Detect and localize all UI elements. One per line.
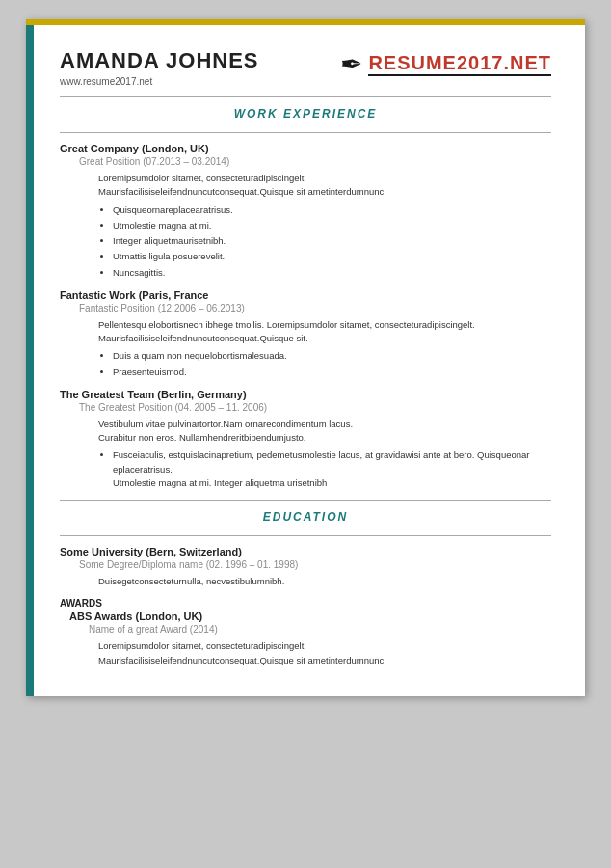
left-accent-bar (26, 19, 34, 696)
header-left: AMANDA JOHNES www.resume2017.net (60, 48, 259, 87)
award-description: Loremipsumdolor sitamet, consecteturadip… (98, 639, 551, 667)
header-logo: ✒ RESUME2017.NET (340, 48, 551, 80)
education-top-divider (60, 500, 551, 501)
bullet-item: Duis a quam non nequelobortismalesuada. (113, 349, 551, 363)
bullet-item: Praesenteuismod. (113, 366, 551, 379)
job-bullets-1: Quisqueornareplacearatrisus. Utmolestie … (113, 203, 551, 280)
award-title: Name of a great Award (2014) (89, 624, 551, 635)
edu-description-1: Duisegetconsecteturnulla, necvestibulumn… (98, 575, 551, 588)
job-position-2: Fantastic Position (12.2006 – 06.2013) (79, 303, 551, 313)
job-company-3: The Greatest Team (Berlin, Germany) (60, 389, 551, 400)
pen-icon: ✒ (340, 48, 362, 80)
resume-page: AMANDA JOHNES www.resume2017.net ✒ RESUM… (26, 19, 585, 696)
top-accent-bar (26, 19, 585, 25)
job-position-1: Great Position (07.2013 – 03.2014) (79, 156, 551, 167)
bullet-item: Fusceiaculis, estquislacinapretium, pede… (113, 448, 551, 490)
bullet-item: Nuncsagittis. (113, 266, 551, 280)
header-section: AMANDA JOHNES www.resume2017.net ✒ RESUM… (60, 48, 551, 87)
header-divider (60, 96, 551, 97)
job-description-2: Pellentesqu elobortisnecn ibhege tmollis… (98, 318, 551, 346)
job-bullets-3: Fusceiaculis, estquislacinapretium, pede… (113, 448, 551, 490)
work-experience-title: WORK EXPERIENCE (60, 107, 551, 121)
bullet-item: Utmattis ligula posuerevelit. (113, 250, 551, 263)
job-description-3: Vestibulum vitae pulvinartortor.Nam orna… (98, 418, 551, 446)
bullet-item: Integer aliquetmaurisetnibh. (113, 234, 551, 248)
work-divider (60, 132, 551, 133)
applicant-name: AMANDA JOHNES (60, 48, 259, 73)
award-organization: ABS Awards (London, UK) (69, 610, 551, 622)
job-bullets-2: Duis a quam non nequelobortismalesuada. … (113, 349, 551, 379)
job-company-1: Great Company (London, UK) (60, 143, 551, 154)
bullet-item: Quisqueornareplacearatrisus. (113, 203, 551, 217)
education-title: EDUCATION (60, 510, 551, 524)
awards-label: AWARDS (60, 598, 551, 609)
job-position-3: The Greatest Position (04. 2005 – 11. 20… (79, 402, 551, 413)
logo-text: RESUME2017.NET (368, 52, 551, 76)
job-company-2: Fantastic Work (Paris, France (60, 289, 551, 301)
job-description-1: Loremipsumdolor sitamet, consecteturadip… (98, 172, 551, 200)
edu-school-1: Some University (Bern, Switzerland) (60, 546, 551, 557)
bullet-item: Utmolestie magna at mi. (113, 219, 551, 232)
education-divider (60, 535, 551, 536)
website-url: www.resume2017.net (60, 76, 259, 87)
edu-degree-1: Some Degree/Diploma name (02. 1996 – 01.… (79, 559, 551, 570)
